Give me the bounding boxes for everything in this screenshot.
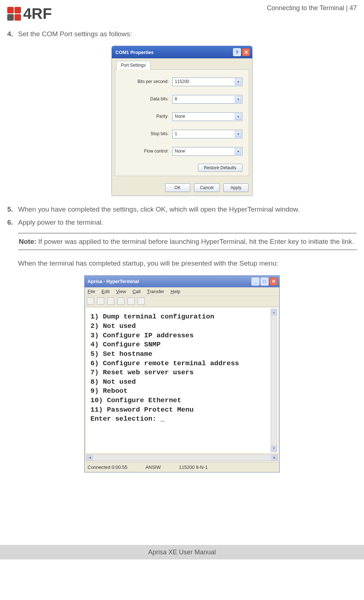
toolbar-icon[interactable]: [87, 297, 94, 305]
step-number: 4.: [7, 29, 18, 39]
toolbar-icon[interactable]: [97, 297, 104, 305]
step-text: When you have completed the settings, cl…: [18, 205, 357, 214]
status-connection: Connected 0:00:55: [88, 464, 127, 471]
menubar: File Edit View Call Transfer Help: [85, 287, 279, 296]
toolbar-icon[interactable]: [117, 297, 124, 305]
terminal-line: 5) Set hostname: [90, 350, 274, 359]
status-config: 115200 8-N-1: [179, 464, 208, 471]
com-properties-dialog: COM1 Properties ? ✕ Port Settings Bits p…: [111, 46, 253, 196]
restore-defaults-button[interactable]: Restore Defaults: [198, 164, 242, 172]
note-label: Note:: [19, 238, 37, 245]
chevron-down-icon[interactable]: ▾: [235, 148, 241, 155]
terminal-line: 1) Dump terminal configuration: [90, 312, 274, 322]
data-bits-value: 8: [175, 96, 177, 102]
step-number: 5.: [7, 205, 18, 214]
paragraph: When the terminal has completed startup,…: [18, 259, 357, 268]
stop-bits-select[interactable]: 1 ▾: [172, 130, 242, 138]
flow-control-value: None: [175, 148, 185, 154]
window-title: Aprisa - HyperTerminal: [88, 278, 139, 285]
scroll-up-icon[interactable]: ▴: [271, 309, 277, 316]
step-text: Set the COM Port settings as follows:: [18, 29, 357, 39]
stop-bits-value: 1: [175, 131, 177, 137]
parity-label: Parity:: [122, 113, 169, 119]
chevron-down-icon[interactable]: ▾: [235, 79, 241, 85]
scroll-right-icon[interactable]: ▸: [271, 455, 278, 461]
step-text: Apply power to the terminal.: [18, 218, 357, 227]
help-icon[interactable]: ?: [233, 48, 241, 56]
menu-help[interactable]: Help: [171, 289, 181, 294]
note-block: Note: If power was applied to the termin…: [18, 233, 357, 250]
chevron-down-icon[interactable]: ▾: [235, 131, 241, 137]
data-bits-label: Data bits:: [122, 96, 169, 102]
parity-value: None: [175, 113, 185, 119]
close-icon[interactable]: ✕: [242, 48, 250, 56]
toolbar-icon[interactable]: [127, 297, 135, 305]
toolbar: [85, 296, 279, 307]
terminal-line: 7) Reset web server users: [90, 368, 274, 378]
breadcrumb: Connecting to the Terminal | 47: [267, 4, 357, 12]
bits-per-second-select[interactable]: 115200 ▾: [172, 78, 242, 86]
terminal-line: 9) Reboot: [90, 387, 274, 396]
page-footer: Aprisa XE User Manual: [148, 549, 216, 556]
bits-per-second-value: 115200: [175, 79, 189, 84]
horizontal-scrollbar[interactable]: ◂ ▸: [86, 454, 278, 461]
flow-control-label: Flow control:: [122, 148, 169, 154]
toolbar-icon[interactable]: [137, 297, 145, 305]
scroll-down-icon[interactable]: ▾: [271, 445, 277, 452]
status-emulation: ANSIW: [145, 464, 161, 471]
flow-control-select[interactable]: None ▾: [172, 147, 242, 156]
dialog-title: COM1 Properties: [115, 49, 153, 56]
step-number: 6.: [7, 218, 18, 227]
terminal-line: Enter selection: _: [90, 414, 274, 424]
menu-call[interactable]: Call: [132, 289, 140, 294]
minimize-icon[interactable]: _: [251, 278, 259, 286]
brand-logo-icon: [7, 7, 21, 21]
menu-file[interactable]: File: [88, 289, 95, 294]
terminal-line: 3) Configure IP addresses: [90, 331, 274, 341]
cancel-button[interactable]: Cancel: [194, 183, 220, 192]
stop-bits-label: Stop bits:: [122, 131, 169, 137]
tab-port-settings[interactable]: Port Settings: [116, 61, 151, 69]
terminal-line: 4) Configure SNMP: [90, 340, 274, 350]
maximize-icon[interactable]: □: [261, 278, 268, 286]
close-icon[interactable]: ✕: [270, 278, 278, 286]
hyperterminal-window: Aprisa - HyperTerminal _ □ ✕ File Edit V…: [84, 275, 280, 472]
terminal-output: 1) Dump terminal configuration 2) Not us…: [86, 308, 278, 453]
scroll-left-icon[interactable]: ◂: [86, 455, 93, 461]
terminal-line: 11) Password Protect Menu: [90, 405, 274, 415]
menu-transfer[interactable]: Transfer: [147, 289, 164, 294]
brand-logo: 4RF: [7, 4, 52, 24]
toolbar-icon[interactable]: [107, 297, 114, 305]
terminal-line: 10) Configure Ethernet: [90, 396, 274, 405]
bits-per-second-label: Bits per second:: [122, 79, 169, 84]
terminal-line: 8) Not used: [90, 378, 274, 387]
brand-logo-text: 4RF: [23, 4, 52, 24]
terminal-line: 6) Configure remote terminal address: [90, 359, 274, 368]
terminal-line: 2) Not used: [90, 322, 274, 331]
chevron-down-icon[interactable]: ▾: [235, 96, 241, 103]
parity-select[interactable]: None ▾: [172, 112, 242, 121]
vertical-scrollbar[interactable]: ▴ ▾: [271, 309, 277, 452]
ok-button[interactable]: OK: [165, 183, 190, 192]
status-bar: Connected 0:00:55 ANSIW 115200 8-N-1: [85, 462, 279, 472]
chevron-down-icon[interactable]: ▾: [235, 113, 241, 120]
menu-edit[interactable]: Edit: [102, 289, 110, 294]
data-bits-select[interactable]: 8 ▾: [172, 95, 242, 104]
apply-button[interactable]: Apply: [223, 183, 249, 192]
note-text: If power was applied to the terminal bef…: [37, 238, 354, 245]
menu-view[interactable]: View: [116, 289, 126, 294]
